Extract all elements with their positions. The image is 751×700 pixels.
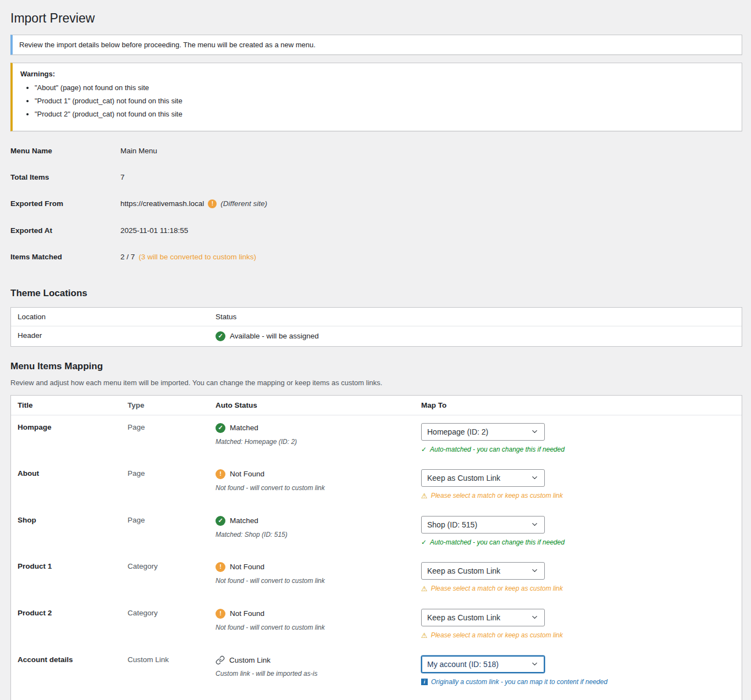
mapping-row: Product 2 Category ✓ ! Not Found Not fou…: [11, 601, 742, 648]
auto-status-note: Not found - will convert to custom link: [216, 624, 408, 631]
detail-label: Total Items: [10, 173, 120, 181]
map-to-select[interactable]: Homepage (ID: 2): [421, 423, 545, 441]
auto-status-note: Matched: Shop (ID: 515): [216, 531, 408, 538]
chevron-down-icon: [531, 427, 539, 436]
location-status: Available - will be assigned: [230, 332, 319, 340]
different-site-warning-icon: !: [208, 199, 217, 208]
map-to-selected-value: My account (ID: 518): [427, 660, 499, 669]
column-map-to: Map To: [415, 396, 742, 415]
map-to-note: ✓ ⚠ i Please select a match or keep as c…: [421, 631, 735, 640]
map-to-select[interactable]: My account (ID: 518): [421, 655, 545, 673]
detail-value: 2025-11-01 11:18:55: [120, 226, 188, 235]
item-type: Category: [121, 608, 209, 641]
exclamation-circle-icon: !: [216, 609, 225, 619]
info-notice: Review the import details below before p…: [10, 35, 742, 55]
map-to-note-text: Please select a match or keep as custom …: [431, 585, 563, 592]
map-to-select[interactable]: Keep as Custom Link: [421, 562, 545, 580]
chevron-down-icon: [531, 566, 539, 575]
map-to-note-text: Please select a match or keep as custom …: [431, 631, 563, 639]
check-circle-icon: ✓: [216, 516, 225, 526]
mapping-description: Review and adjust how each menu item wil…: [10, 379, 742, 387]
detail-extra: (Different site): [220, 199, 267, 208]
mapping-heading: Menu Items Mapping: [10, 361, 742, 372]
detail-value: Main Menu: [120, 147, 157, 155]
location-name: Header: [11, 326, 209, 346]
check-circle-icon: ✓: [216, 423, 225, 433]
import-details: Menu Name Main Menu ! Total Items 7 ! Ex…: [10, 147, 742, 279]
item-type: Custom Link: [121, 654, 209, 687]
item-type: Page: [121, 422, 209, 454]
column-title: Title: [11, 396, 121, 415]
map-to-note: ✓ ⚠ i Originally a custom link - you can…: [421, 678, 735, 686]
mapping-rows: Hompage Page ✓ ! Matched Matched: Homepa…: [11, 415, 742, 700]
map-to-note: ✓ ⚠ i Please select a match or keep as c…: [421, 585, 735, 593]
theme-locations-table: Location Status Header ✓ Available - wil…: [10, 307, 742, 347]
chevron-down-icon: [531, 474, 539, 482]
detail-label: Exported From: [10, 199, 120, 208]
auto-status-note: Custom link - will be imported as-is: [216, 670, 408, 677]
map-to-note-text: Please select a match or keep as custom …: [431, 492, 563, 499]
map-to-selected-value: Keep as Custom Link: [427, 474, 500, 482]
mapping-row: Product 1 Category ✓ ! Not Found Not fou…: [11, 554, 742, 601]
item-title: Account details: [11, 654, 121, 687]
auto-status-note: Not found - will convert to custom link: [216, 577, 408, 585]
warning-triangle-icon: ⚠: [421, 585, 428, 593]
map-to-select[interactable]: Keep as Custom Link: [421, 609, 545, 626]
detail-row: Total Items 7 !: [10, 173, 742, 199]
check-mark: ✓: [421, 446, 427, 453]
info-square-icon: i: [421, 679, 428, 685]
mapping-table: Title Type Auto Status Map To Hompage Pa…: [10, 395, 742, 700]
item-title: About: [11, 468, 121, 501]
auto-status-note: Not found - will convert to custom link: [216, 484, 408, 492]
warning-item: "Product 2" (product_cat) not found on t…: [35, 110, 734, 118]
chevron-down-icon: [531, 520, 539, 529]
item-title: Product 1: [11, 561, 121, 594]
detail-row: Exported At 2025-11-01 11:18:55 !: [10, 226, 742, 253]
column-location: Location: [11, 308, 209, 326]
map-to-note-text: Auto-matched - you can change this if ne…: [430, 538, 565, 546]
item-title: Hompage: [11, 422, 121, 454]
item-type: Page: [121, 515, 209, 547]
map-to-note-text: Auto-matched - you can change this if ne…: [430, 446, 565, 453]
detail-value: https://creativemash.local: [120, 199, 204, 208]
theme-location-row: Header ✓ Available - will be assigned: [11, 326, 742, 346]
map-to-note-text: Originally a custom link - you can map i…: [431, 678, 608, 686]
detail-value: 7: [120, 173, 125, 181]
mapping-row: Contact us Custom Link ✓ ! Custom Link C…: [11, 694, 742, 700]
exclamation-circle-icon: !: [216, 469, 225, 479]
detail-label: Exported At: [10, 226, 120, 235]
detail-label: Items Matched: [10, 253, 120, 261]
detail-value: 2 / 7: [120, 253, 135, 261]
map-to-selected-value: Keep as Custom Link: [427, 566, 500, 575]
detail-row: Items Matched 2 / 7 ! (3 will be convert…: [10, 253, 742, 279]
map-to-select[interactable]: Shop (ID: 515): [421, 516, 545, 534]
auto-status-label: Not Found: [230, 470, 264, 478]
detail-extra: (3 will be converted to custom links): [139, 253, 256, 261]
item-title: Product 2: [11, 608, 121, 641]
page-title: Import Preview: [10, 5, 742, 29]
exclamation-circle-icon: !: [216, 562, 225, 572]
mapping-row: Hompage Page ✓ ! Matched Matched: Homepa…: [11, 415, 742, 462]
map-to-selected-value: Homepage (ID: 2): [427, 427, 488, 436]
mapping-row: Shop Page ✓ ! Matched Matched: Shop (ID:…: [11, 508, 742, 554]
auto-status-label: Not Found: [230, 563, 264, 571]
auto-status-label: Matched: [230, 516, 258, 525]
warnings-notice: Warnings: "About" (page) not found on th…: [10, 63, 742, 131]
auto-status-label: Custom Link: [229, 656, 270, 664]
auto-status-note: Matched: Homepage (ID: 2): [216, 438, 408, 446]
map-to-selected-value: Keep as Custom Link: [427, 613, 500, 622]
column-auto-status: Auto Status: [209, 396, 415, 415]
warnings-title: Warnings:: [20, 70, 734, 78]
map-to-select[interactable]: Keep as Custom Link: [421, 469, 545, 487]
map-to-selected-value: Shop (ID: 515): [427, 520, 477, 529]
check-circle-icon: ✓: [216, 331, 225, 341]
detail-row: Exported From https://creativemash.local…: [10, 199, 742, 226]
chevron-down-icon: [531, 660, 539, 668]
item-type: Category: [121, 561, 209, 594]
column-type: Type: [121, 396, 209, 415]
chevron-down-icon: [531, 613, 539, 621]
mapping-row: Account details Custom Link ✓ ! Custom L…: [11, 648, 742, 694]
chain-link-icon: [216, 655, 225, 665]
warning-triangle-icon: ⚠: [421, 631, 428, 640]
info-notice-text: Review the import details below before p…: [19, 41, 735, 49]
